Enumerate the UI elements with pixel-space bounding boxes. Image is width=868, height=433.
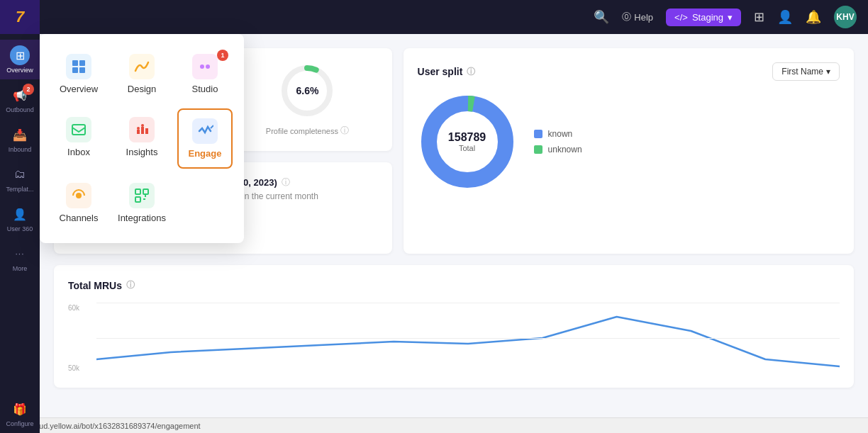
notification-icon[interactable]: 🔔 (806, 9, 821, 25)
chart-area (96, 303, 840, 373)
profile-pct-value: 6.6% (296, 85, 318, 96)
sidebar-label-overview: Overview (6, 67, 33, 74)
avatar-label: KHV (836, 12, 854, 22)
logo[interactable]: 7 (0, 0, 40, 34)
total-mru-title: Total MRUs (68, 280, 122, 291)
profile-completeness-label: Profile completeness (266, 127, 338, 135)
chart-legend: known unknown (534, 129, 582, 154)
donut-center: 158789 Total (448, 131, 486, 152)
legend-item-unknown: unknown (534, 145, 582, 154)
profile-info-icon[interactable]: ⓘ (340, 125, 349, 137)
help-button[interactable]: ⓪ Help (622, 11, 653, 23)
sidebar-item-more[interactable]: ··· More (0, 238, 40, 278)
dropdown-item-inbox[interactable]: Inbox (51, 108, 106, 169)
sidebar-item-configure[interactable]: 🎁 Configure (0, 393, 40, 433)
outbound-badge: 2 (23, 84, 34, 95)
configure-icon: 🎁 (10, 399, 30, 419)
sidebar-label-configure: Configure (6, 420, 33, 427)
engage-menu-icon (192, 118, 218, 144)
integrations-menu-icon (129, 183, 155, 208)
svg-rect-1 (79, 60, 85, 66)
help-circle-icon: ⓪ (622, 11, 631, 23)
profile-completeness-card: 6.6% Profile completeness ⓘ (223, 48, 391, 151)
inbound-icon: 📥 (10, 125, 30, 145)
svg-point-4 (200, 64, 204, 69)
overview-menu-icon (66, 54, 91, 79)
staging-button[interactable]: </> Staging ▾ (666, 9, 741, 26)
dropdown-item-integrations[interactable]: Integrations (112, 174, 172, 232)
svg-point-8 (141, 124, 144, 127)
design-menu-icon (129, 54, 155, 79)
logo-text: 7 (16, 8, 24, 26)
user-split-filter-button[interactable]: First Name ▾ (772, 62, 840, 81)
user-split-card: User split ⓘ First Name ▾ (404, 48, 854, 254)
donut-label: Total (448, 144, 486, 152)
sidebar-label-more: More (13, 265, 28, 272)
svg-point-5 (206, 64, 210, 69)
user-split-header: User split ⓘ First Name ▾ (418, 62, 840, 81)
user-icon[interactable]: 👤 (777, 9, 793, 25)
sidebar-label-inbound: Inbound (9, 146, 32, 153)
unknown-label: unknown (548, 145, 582, 154)
total-mru-section: Total MRUs ⓘ 60k 50k (54, 265, 854, 388)
chart-wrapper: 60k 50k (68, 303, 840, 373)
channels-menu-label: Channels (60, 213, 99, 223)
avatar[interactable]: KHV (834, 6, 857, 28)
top-header: 7 🔍 ⓪ Help </> Staging ▾ ⊞ 👤 🔔 KHV (0, 0, 868, 34)
sidebar-label-user360: User 360 (7, 225, 33, 232)
insights-menu-label: Insights (126, 147, 158, 157)
inbox-menu-label: Inbox (67, 147, 90, 157)
help-label: Help (634, 12, 653, 23)
templates-icon: 🗂 (10, 164, 30, 184)
code-icon: </> (674, 12, 688, 23)
known-label: known (548, 129, 573, 139)
studio-badge: 1 (217, 50, 228, 61)
sidebar-item-outbound[interactable]: 📢 Outbound 2 (0, 79, 40, 119)
user-split-title: User split ⓘ (418, 66, 476, 78)
svg-rect-0 (72, 60, 78, 66)
search-icon[interactable]: 🔍 (594, 9, 609, 25)
dropdown-item-overview[interactable]: Overview (51, 45, 106, 103)
channels-menu-icon (66, 183, 91, 208)
dropdown-item-engage[interactable]: Engage (177, 108, 233, 169)
known-dot (534, 130, 542, 138)
engage-menu-label: Engage (189, 148, 222, 159)
design-menu-label: Design (128, 84, 156, 94)
svg-rect-3 (79, 67, 85, 73)
sidebar-item-templates[interactable]: 🗂 Templat... (0, 159, 40, 198)
more-icon: ··· (10, 244, 30, 264)
grid-icon[interactable]: ⊞ (754, 9, 764, 25)
integrations-menu-label: Integrations (118, 213, 166, 223)
sidebar-item-inbound[interactable]: 📥 Inbound (0, 119, 40, 159)
header-icons: 🔍 ⓪ Help </> Staging ▾ ⊞ 👤 🔔 KHV (594, 6, 857, 28)
user360-icon: 👤 (10, 204, 30, 224)
studio-menu-label: Studio (192, 84, 218, 94)
donut-container: 158789 Total known unknown (418, 92, 840, 191)
inbox-menu-icon (66, 117, 91, 142)
sidebar-item-overview[interactable]: ⊞ Overview (0, 40, 40, 79)
dropdown-item-channels[interactable]: Channels (51, 174, 106, 232)
studio-menu-icon (192, 54, 218, 79)
donut-total: 158789 (448, 131, 486, 144)
status-bar: https://cloud.yellow.ai/bot/x16328316893… (0, 417, 868, 433)
mru-info-icon[interactable]: ⓘ (282, 176, 290, 189)
dropdown-item-design[interactable]: Design (112, 45, 172, 103)
chart-y-label-50k: 50k (68, 364, 94, 372)
dropdown-grid: Overview Design 1 Studio Inbox Insight (51, 45, 233, 232)
dropdown-item-studio[interactable]: 1 Studio (177, 45, 233, 103)
svg-rect-11 (143, 189, 148, 194)
user-split-info-icon[interactable]: ⓘ (467, 66, 475, 78)
svg-rect-10 (135, 189, 140, 194)
staging-label: Staging (692, 12, 723, 23)
insights-menu-icon (129, 117, 155, 142)
svg-rect-12 (135, 197, 140, 202)
sidebar-label-outbound: Outbound (6, 106, 34, 113)
donut-chart: 158789 Total (418, 92, 517, 191)
total-mru-header: Total MRUs ⓘ (68, 279, 840, 291)
total-mru-info-icon[interactable]: ⓘ (126, 279, 135, 291)
sidebar-label-templates: Templat... (6, 186, 33, 193)
filter-chevron-icon: ▾ (826, 67, 830, 77)
dropdown-item-insights[interactable]: Insights (112, 108, 172, 169)
overview-icon: ⊞ (10, 45, 30, 65)
sidebar-item-user360[interactable]: 👤 User 360 (0, 198, 40, 238)
